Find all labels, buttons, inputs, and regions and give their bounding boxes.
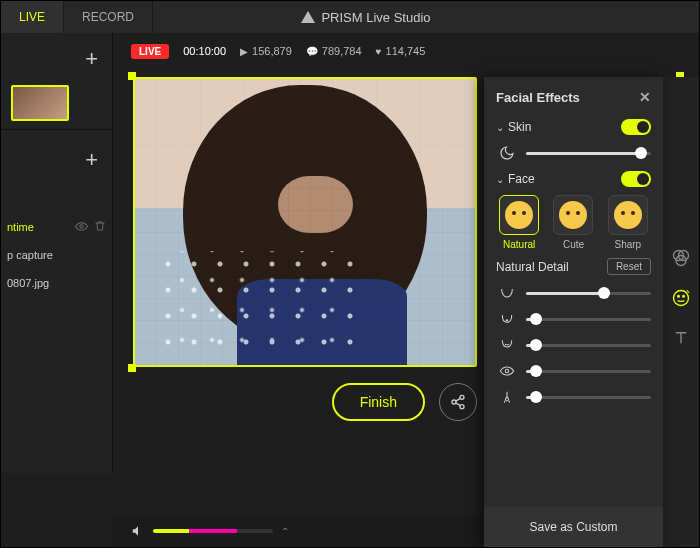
skin-toggle[interactable] [621, 119, 651, 135]
chevron-up-icon[interactable]: ⌃ [281, 526, 289, 537]
add-scene-button[interactable]: + [85, 46, 98, 72]
eye-icon [496, 363, 518, 379]
source-item[interactable]: 0807.jpg [1, 269, 112, 297]
scene-sidebar: + + ntime p capture [1, 33, 113, 473]
speaker-icon [131, 524, 145, 538]
play-icon: ▶ [240, 46, 248, 57]
panel-title: Facial Effects [496, 90, 580, 105]
source-item[interactable]: ntime [1, 212, 112, 241]
app-window: LIVE RECORD PRISM Live Studio + + ntime [0, 0, 700, 548]
stream-time: 00:10:00 [183, 45, 226, 57]
scene-add-row: + [1, 33, 112, 85]
tab-live[interactable]: LIVE [1, 1, 64, 33]
volume-control[interactable]: ⌃ [131, 524, 289, 538]
heart-icon: ♥ [376, 46, 382, 57]
close-icon[interactable]: ✕ [639, 89, 651, 105]
rail-filters-icon[interactable] [670, 247, 692, 269]
finish-button[interactable]: Finish [332, 383, 425, 421]
moon-icon [496, 145, 518, 161]
svg-point-2 [452, 400, 456, 404]
visibility-icon[interactable] [75, 220, 88, 233]
skin-section-label[interactable]: ⌄Skin [496, 120, 531, 134]
preset-natural[interactable]: Natural [496, 195, 542, 250]
svg-point-9 [683, 296, 685, 298]
live-badge: LIVE [131, 44, 169, 59]
detail-slider-eye[interactable] [496, 363, 651, 379]
source-add-row: + [1, 134, 112, 186]
jaw-icon [496, 285, 518, 301]
share-button[interactable] [439, 383, 477, 421]
svg-point-0 [80, 225, 83, 228]
preset-cute[interactable]: Cute [550, 195, 596, 250]
svg-point-3 [460, 405, 464, 409]
mode-tabs: LIVE RECORD [1, 1, 153, 33]
app-title-text: PRISM Live Studio [321, 10, 430, 25]
source-list: ntime p capture 0807.jpg [1, 212, 112, 297]
svg-point-1 [460, 395, 464, 399]
preset-sharp[interactable]: Sharp [605, 195, 651, 250]
face-presets: Natural Cute Sharp [496, 195, 651, 250]
prism-logo-icon [301, 11, 315, 23]
source-label: ntime [7, 221, 34, 233]
scene-thumbnail[interactable] [11, 85, 69, 121]
face-emoji-icon [614, 201, 642, 229]
app-title: PRISM Live Studio [153, 10, 699, 25]
volume-bar[interactable] [153, 529, 273, 533]
chin-icon [496, 311, 518, 327]
source-label: 0807.jpg [7, 277, 49, 289]
facial-effects-panel: Facial Effects ✕ ⌄Skin ⌄Face Natural Cut [483, 77, 663, 547]
stats-bar: LIVE 00:10:00 ▶156,879 💬789,784 ♥114,745 [113, 33, 699, 69]
face-toggle[interactable] [621, 171, 651, 187]
chevron-down-icon: ⌄ [496, 174, 504, 185]
save-as-custom-button[interactable]: Save as Custom [484, 507, 663, 547]
mouth-icon [496, 337, 518, 353]
detail-label: Natural Detail [496, 260, 569, 274]
right-rail [663, 77, 699, 547]
source-label: p capture [7, 249, 53, 261]
comment-icon: 💬 [306, 46, 318, 57]
detail-slider-jaw[interactable] [496, 285, 651, 301]
resize-handle[interactable] [128, 364, 136, 372]
stat-likes: ♥114,745 [376, 45, 426, 57]
nose-icon [496, 389, 518, 405]
svg-point-11 [505, 369, 508, 372]
source-item[interactable]: p capture [1, 241, 112, 269]
detail-slider-nose[interactable] [496, 389, 651, 405]
svg-point-10 [506, 320, 507, 321]
stat-views: ▶156,879 [240, 45, 292, 57]
skin-slider[interactable] [496, 145, 651, 161]
face-emoji-icon [559, 201, 587, 229]
face-emoji-icon [505, 201, 533, 229]
svg-point-7 [674, 291, 689, 306]
share-icon [450, 394, 466, 410]
divider [1, 129, 112, 130]
rail-text-icon[interactable] [670, 327, 692, 349]
svg-point-8 [678, 296, 680, 298]
detail-slider-chin[interactable] [496, 311, 651, 327]
tab-record[interactable]: RECORD [64, 1, 153, 33]
preview-canvas[interactable] [133, 77, 477, 367]
stat-comments: 💬789,784 [306, 45, 362, 57]
canvas-actions: Finish [133, 383, 477, 421]
reset-button[interactable]: Reset [607, 258, 651, 275]
delete-icon[interactable] [94, 220, 106, 233]
source-item-icons [75, 220, 106, 233]
add-source-button[interactable]: + [85, 147, 98, 173]
titlebar: LIVE RECORD PRISM Live Studio [1, 1, 699, 33]
resize-handle[interactable] [128, 72, 136, 80]
detail-slider-mouth[interactable] [496, 337, 651, 353]
chevron-down-icon: ⌄ [496, 122, 504, 133]
rail-face-icon[interactable] [670, 287, 692, 309]
face-section-label[interactable]: ⌄Face [496, 172, 535, 186]
sparkle-effect [155, 251, 359, 348]
